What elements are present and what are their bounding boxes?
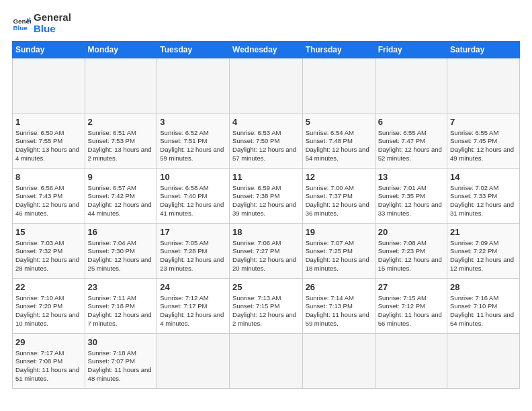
sunrise: Sunrise: 7:00 AM [306, 184, 354, 191]
calendar-cell: 14 Sunrise: 7:02 AM Sunset: 7:33 PM Dayl… [447, 169, 520, 224]
col-saturday: Saturday [447, 42, 520, 58]
daylight: Daylight: 12 hours and 57 minutes. [232, 146, 296, 162]
calendar-cell: 22 Sunrise: 7:10 AM Sunset: 7:20 PM Dayl… [13, 279, 85, 334]
day-number: 2 [88, 116, 154, 128]
header: General Blue General Blue [12, 12, 520, 34]
day-number: 22 [15, 281, 82, 293]
daylight: Daylight: 12 hours and 52 minutes. [378, 146, 442, 162]
sunset: Sunset: 7:43 PM [15, 192, 62, 199]
sunset: Sunset: 7:50 PM [232, 137, 279, 144]
calendar-cell [447, 334, 520, 389]
sunrise: Sunrise: 6:57 AM [88, 184, 136, 191]
calendar-cell [302, 58, 375, 113]
day-number: 6 [378, 116, 444, 128]
col-monday: Monday [85, 42, 157, 58]
daylight: Daylight: 12 hours and 28 minutes. [15, 256, 79, 272]
sunrise: Sunrise: 7:13 AM [232, 294, 281, 302]
day-number: 23 [88, 281, 154, 293]
day-number: 10 [160, 171, 226, 183]
calendar-cell: 3 Sunrise: 6:52 AM Sunset: 7:51 PM Dayli… [157, 113, 230, 169]
daylight: Daylight: 12 hours and 4 minutes. [160, 311, 224, 327]
sunset: Sunset: 7:17 PM [160, 302, 207, 310]
sunrise: Sunrise: 6:55 AM [378, 129, 427, 136]
sunrise: Sunrise: 7:08 AM [378, 239, 427, 246]
sunset: Sunset: 7:42 PM [88, 192, 135, 199]
sunrise: Sunrise: 7:02 AM [450, 184, 498, 191]
day-number: 29 [15, 336, 82, 349]
day-number: 13 [378, 171, 444, 183]
sunrise: Sunrise: 7:11 AM [88, 294, 136, 302]
logo: General Blue General Blue [12, 12, 71, 34]
sunrise: Sunrise: 6:55 AM [450, 129, 498, 136]
daylight: Daylight: 12 hours and 15 minutes. [378, 256, 442, 272]
sunrise: Sunrise: 6:59 AM [232, 184, 281, 191]
calendar-cell: 1 Sunrise: 6:50 AM Sunset: 7:55 PM Dayli… [13, 113, 85, 169]
day-number: 1 [15, 116, 82, 128]
sunrise: Sunrise: 6:51 AM [88, 129, 136, 136]
logo-blue: Blue [34, 23, 56, 34]
calendar-cell: 17 Sunrise: 7:05 AM Sunset: 7:28 PM Dayl… [157, 224, 230, 279]
page: General Blue General Blue Sunday Monday … [0, 0, 532, 396]
sunrise: Sunrise: 7:01 AM [378, 184, 427, 191]
sunrise: Sunrise: 7:09 AM [450, 239, 498, 246]
calendar-cell [375, 58, 447, 113]
sunrise: Sunrise: 6:56 AM [15, 184, 64, 191]
calendar-cell: 30 Sunrise: 7:18 AM Sunset: 7:07 PM Dayl… [85, 334, 157, 389]
sunset: Sunset: 7:27 PM [232, 247, 279, 255]
sunset: Sunset: 7:45 PM [450, 137, 497, 144]
day-number: 24 [160, 281, 226, 293]
day-number: 15 [15, 226, 82, 238]
daylight: Daylight: 12 hours and 33 minutes. [378, 201, 442, 217]
day-number: 5 [306, 116, 372, 128]
daylight: Daylight: 12 hours and 31 minutes. [450, 201, 514, 217]
sunset: Sunset: 7:47 PM [378, 137, 425, 144]
sunset: Sunset: 7:07 PM [88, 357, 135, 365]
sunrise: Sunrise: 7:07 AM [306, 239, 354, 246]
calendar-cell: 28 Sunrise: 7:16 AM Sunset: 7:10 PM Dayl… [447, 279, 520, 334]
calendar-week-0 [13, 58, 520, 113]
daylight: Daylight: 12 hours and 10 minutes. [15, 311, 79, 327]
calendar-week-4: 22 Sunrise: 7:10 AM Sunset: 7:20 PM Dayl… [13, 279, 520, 334]
calendar-cell: 15 Sunrise: 7:03 AM Sunset: 7:32 PM Dayl… [13, 224, 85, 279]
sunset: Sunset: 7:10 PM [450, 302, 497, 310]
calendar-cell: 19 Sunrise: 7:07 AM Sunset: 7:25 PM Dayl… [302, 224, 375, 279]
daylight: Daylight: 13 hours and 4 minutes. [15, 146, 79, 162]
sunset: Sunset: 7:15 PM [232, 302, 279, 310]
calendar-cell: 12 Sunrise: 7:00 AM Sunset: 7:37 PM Dayl… [302, 169, 375, 224]
calendar-cell [230, 334, 303, 389]
daylight: Daylight: 12 hours and 39 minutes. [232, 201, 296, 217]
day-number: 12 [306, 171, 372, 183]
calendar-cell: 29 Sunrise: 7:17 AM Sunset: 7:08 PM Dayl… [13, 334, 85, 389]
day-number: 17 [160, 226, 226, 238]
sunset: Sunset: 7:22 PM [450, 247, 497, 255]
daylight: Daylight: 12 hours and 59 minutes. [160, 146, 224, 162]
sunrise: Sunrise: 7:10 AM [15, 294, 64, 302]
sunrise: Sunrise: 7:04 AM [88, 239, 136, 246]
calendar-cell: 24 Sunrise: 7:12 AM Sunset: 7:17 PM Dayl… [157, 279, 230, 334]
day-number: 9 [88, 171, 154, 183]
daylight: Daylight: 11 hours and 56 minutes. [378, 311, 442, 327]
sunset: Sunset: 7:38 PM [232, 192, 279, 199]
calendar-cell: 2 Sunrise: 6:51 AM Sunset: 7:53 PM Dayli… [85, 113, 157, 169]
sunset: Sunset: 7:08 PM [15, 357, 62, 365]
calendar-week-2: 8 Sunrise: 6:56 AM Sunset: 7:43 PM Dayli… [13, 169, 520, 224]
logo-icon: General Blue [12, 14, 31, 33]
sunrise: Sunrise: 7:05 AM [160, 239, 208, 246]
day-number: 4 [232, 116, 300, 128]
sunrise: Sunrise: 7:06 AM [232, 239, 281, 246]
calendar-cell [85, 58, 157, 113]
sunset: Sunset: 7:18 PM [88, 302, 135, 310]
day-number: 8 [15, 171, 82, 183]
calendar-cell: 11 Sunrise: 6:59 AM Sunset: 7:38 PM Dayl… [230, 169, 303, 224]
sunset: Sunset: 7:40 PM [160, 192, 207, 199]
calendar-cell [302, 334, 375, 389]
calendar-cell: 25 Sunrise: 7:13 AM Sunset: 7:15 PM Dayl… [230, 279, 303, 334]
daylight: Daylight: 11 hours and 59 minutes. [306, 311, 369, 327]
sunset: Sunset: 7:32 PM [15, 247, 62, 255]
day-number: 16 [88, 226, 154, 238]
svg-text:Blue: Blue [13, 24, 28, 31]
sunset: Sunset: 7:37 PM [306, 192, 353, 199]
day-number: 11 [232, 171, 300, 183]
sunset: Sunset: 7:55 PM [15, 137, 62, 144]
sunset: Sunset: 7:20 PM [15, 302, 62, 310]
